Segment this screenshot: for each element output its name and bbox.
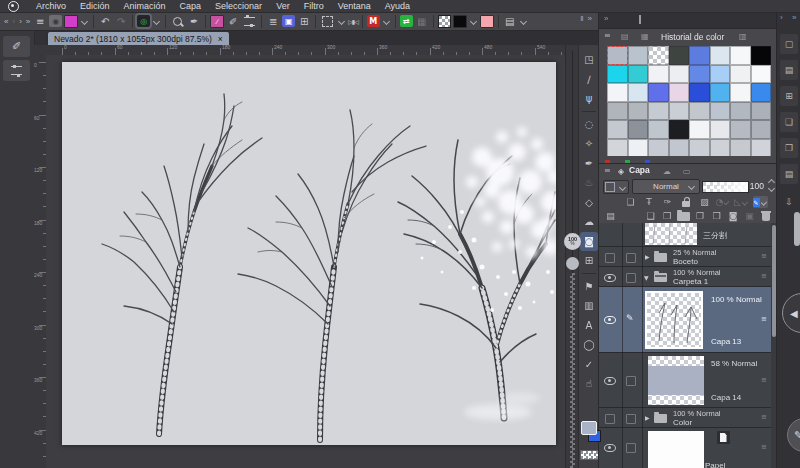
tab-capa[interactable]: Capa — [629, 165, 650, 175]
nav-prev[interactable]: ‹ — [11, 17, 16, 26]
color-swatch[interactable] — [648, 83, 669, 102]
color-swatch[interactable] — [628, 139, 649, 157]
lock-transparent-pixels-icon[interactable]: ▨ — [697, 196, 712, 208]
edit-checkbox[interactable] — [626, 273, 636, 283]
chevron-down-icon[interactable] — [338, 17, 345, 24]
color-swatch[interactable] — [628, 120, 649, 139]
menu-ver[interactable]: Ver — [269, 1, 297, 11]
color-wheel-tab-icon[interactable]: ▤ — [621, 32, 629, 41]
layer-panel-menu-icon[interactable]: ≡ — [604, 166, 611, 175]
tool-correct-line[interactable]: ✓ — [580, 355, 598, 374]
nav-next[interactable]: › — [18, 17, 23, 26]
layer-thumbnail[interactable] — [645, 223, 697, 245]
document-tab[interactable]: Nevado 2* (1810 x 1055px 300dpi 87.5%) × — [48, 32, 229, 45]
tool-frame-border[interactable]: ⊞ — [580, 251, 598, 270]
transfer-to-lower-icon[interactable]: ❐ — [693, 210, 708, 222]
dock-navigator-button[interactable]: ▢ — [780, 34, 798, 54]
color-swatch[interactable] — [607, 120, 628, 139]
color-swatch[interactable] — [710, 139, 731, 157]
color-swatch[interactable] — [607, 65, 628, 84]
tool-fill-bucket[interactable]: ◙ — [580, 232, 598, 251]
color-swatch[interactable] — [669, 102, 690, 121]
tool-gradient[interactable]: ▥ — [580, 296, 598, 315]
slider-checker-track[interactable] — [570, 273, 575, 468]
transparent-color-swatch[interactable] — [580, 450, 599, 460]
color-swatch[interactable] — [751, 139, 772, 157]
row-grip-icon[interactable]: ≡ — [761, 376, 767, 384]
color-swatch[interactable] — [669, 65, 690, 84]
color-mixer-tab-icon[interactable]: ▥ — [739, 32, 747, 41]
color-swatch[interactable] — [710, 102, 731, 121]
tool-hand[interactable]: ☝ — [580, 374, 598, 393]
row-grip-icon[interactable]: ≡ — [761, 413, 767, 421]
dock-mark-0[interactable]: › — [780, 13, 783, 22]
color-swatch[interactable] — [751, 46, 772, 65]
tool-ruler-flag[interactable]: ⚑ — [580, 277, 598, 296]
redo-icon[interactable]: ↷ — [114, 16, 128, 27]
collapse-panel-button[interactable]: ◀ — [782, 293, 800, 333]
menu-archivo[interactable]: Archivo — [29, 1, 73, 11]
color-swatch[interactable] — [648, 120, 669, 139]
dock-material-button[interactable]: ⊞ — [780, 86, 798, 106]
flip-horizontal-icon[interactable]: ▷▮◁ — [348, 18, 358, 25]
screen-settings-button[interactable]: ◉ — [49, 15, 62, 27]
menu-animación[interactable]: Animación — [117, 1, 173, 11]
tool-blur[interactable]: ♨ — [580, 173, 598, 192]
color-swatch[interactable] — [648, 139, 669, 157]
visibility-checkbox[interactable] — [605, 253, 615, 263]
draft-layer-icon[interactable]: ✑ — [660, 196, 675, 208]
pen-settings-button[interactable]: ✎ — [787, 418, 800, 452]
magenta-brush-swatch[interactable] — [64, 15, 78, 28]
color-swatch[interactable] — [669, 120, 690, 139]
menu-capa[interactable]: Capa — [173, 1, 209, 11]
layer-thumbnail[interactable] — [648, 431, 704, 468]
color-swatch[interactable] — [751, 65, 772, 84]
transparent-swatch[interactable] — [438, 15, 451, 28]
color-swatch[interactable] — [607, 46, 628, 65]
color-swatch[interactable] — [607, 83, 628, 102]
color-swatch[interactable] — [669, 139, 690, 157]
layer-color-icon[interactable]: ✎ — [753, 196, 768, 208]
eyedropper-icon[interactable]: ✒ — [187, 16, 201, 27]
new-raster-layer-icon[interactable]: ❑ — [643, 210, 658, 222]
edit-checkbox[interactable] — [626, 414, 636, 424]
animation-tab-icon[interactable]: ▭ — [683, 167, 691, 176]
menu-edición[interactable]: Edición — [73, 1, 117, 11]
tool-eraser[interactable]: ◇ — [580, 193, 598, 212]
opacity-slider[interactable] — [702, 181, 749, 193]
tool-balloon[interactable]: ◯ — [580, 335, 598, 354]
green-transform-button[interactable]: ⇄ — [400, 15, 413, 27]
new-folder-icon[interactable] — [676, 210, 691, 222]
layer-row-color[interactable]: ▶ 100 % Normal Color ≡ — [599, 408, 771, 428]
folder-collapsed-icon[interactable]: ▶ — [645, 253, 650, 260]
color-swatch[interactable] — [730, 83, 751, 102]
edit-checkbox[interactable] — [626, 443, 636, 453]
color-swatch[interactable] — [628, 83, 649, 102]
color-swatch[interactable] — [607, 102, 628, 121]
menu-seleccionar[interactable]: Seleccionar — [208, 1, 269, 11]
row-grip-icon[interactable]: ≡ — [761, 252, 767, 260]
black-color-swatch[interactable] — [453, 15, 467, 28]
opacity-spinner[interactable] — [767, 180, 776, 191]
chevron-down-icon[interactable] — [153, 17, 160, 24]
nav-first[interactable]: « — [3, 17, 9, 26]
main-menu-icon[interactable]: ≡ — [33, 16, 47, 27]
tool-property-button[interactable] — [3, 60, 30, 81]
layer-row-carpeta1[interactable]: ▼ 100 % Normal Carpeta 1 ≡ — [599, 267, 771, 287]
color-swatch[interactable] — [628, 46, 649, 65]
menu-ayuda[interactable]: Ayuda — [378, 1, 417, 11]
mask-visibility-icon[interactable]: ◺ — [734, 196, 749, 208]
row-grip-icon[interactable]: ≡ — [761, 272, 767, 280]
canvas[interactable] — [62, 62, 556, 445]
layer-thumbnail[interactable] — [648, 356, 704, 405]
tool-eyedropper[interactable]: ✒ — [580, 154, 598, 173]
save-icon[interactable]: ▦ — [415, 16, 429, 27]
color-swatch[interactable] — [689, 65, 710, 84]
dock-sub-view-button[interactable]: ▤ — [780, 60, 798, 80]
create-layer-mask-icon[interactable]: ◙ — [726, 210, 741, 222]
tool-operation[interactable]: ◳ — [580, 50, 598, 69]
eye-icon[interactable] — [604, 274, 616, 282]
slider-knob[interactable] — [566, 257, 579, 270]
dock-layer-property-button[interactable]: ❐ — [780, 138, 798, 158]
tool-decoration-grass[interactable]: ψ — [580, 89, 598, 108]
